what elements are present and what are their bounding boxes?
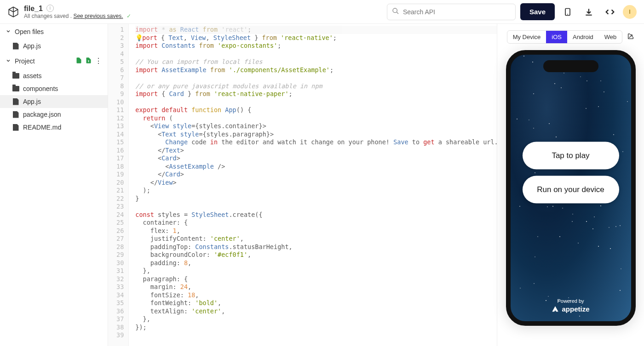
file-name: App.js xyxy=(23,42,41,50)
code-line[interactable]: // You can import from local files xyxy=(135,58,497,66)
code-line[interactable]: import { Card } from 'react-native-paper… xyxy=(135,90,497,98)
code-line[interactable]: textAlign: 'center', xyxy=(135,307,497,316)
file-title: file_1 xyxy=(24,4,43,13)
item-name: README.md xyxy=(23,124,61,131)
new-file-icon[interactable] xyxy=(75,57,82,65)
tab-ios[interactable]: iOS xyxy=(546,31,567,43)
folder-icon xyxy=(12,73,19,79)
open-file-item[interactable]: App.js xyxy=(0,40,108,52)
sidebar: Open files App.js Project ⋮ ass xyxy=(0,24,108,346)
code-line[interactable]: }, xyxy=(135,315,497,323)
platform-tabs: My Device iOS Android Web xyxy=(507,30,623,44)
project-item[interactable]: README.md xyxy=(0,121,108,134)
code-line[interactable] xyxy=(135,98,497,107)
save-status: All changes saved . See previous saves. … xyxy=(24,13,131,19)
app-logo-icon xyxy=(7,6,19,18)
file-icon xyxy=(12,98,19,105)
code-line[interactable] xyxy=(135,74,497,82)
search-input[interactable] xyxy=(403,8,511,16)
file-icon xyxy=(12,43,19,50)
folder-icon xyxy=(12,86,19,91)
code-line[interactable]: padding: 8, xyxy=(135,259,497,267)
code-line[interactable]: </View> xyxy=(135,179,497,187)
file-icon xyxy=(12,111,19,118)
project-item[interactable]: package.json xyxy=(0,108,108,121)
svg-point-0 xyxy=(393,8,397,12)
search-input-wrap[interactable] xyxy=(387,4,516,20)
item-name: App.js xyxy=(23,98,41,105)
code-line[interactable]: // or any pure javascript modules availa… xyxy=(135,82,497,91)
code-line[interactable]: container: { xyxy=(135,219,497,227)
code-line[interactable]: import * as React from 'react'; xyxy=(135,26,497,34)
open-files-label: Open files xyxy=(15,28,44,35)
code-line[interactable]: </Card> xyxy=(135,170,497,179)
code-content[interactable]: import * as React from 'react';💡port { T… xyxy=(129,24,497,346)
code-line[interactable]: } xyxy=(135,195,497,203)
code-icon[interactable] xyxy=(602,4,618,20)
code-line[interactable]: return ( xyxy=(135,114,497,123)
code-line[interactable] xyxy=(135,331,497,340)
preview-panel: My Device iOS Android Web Tap to play Ru… xyxy=(497,24,644,346)
save-button[interactable]: Save xyxy=(520,3,555,20)
code-line[interactable]: backgroundColor: '#ecf0f1', xyxy=(135,251,497,259)
info-icon[interactable]: i xyxy=(46,5,54,12)
code-line[interactable]: const styles = StyleSheet.create({ xyxy=(135,211,497,219)
chevron-down-icon xyxy=(6,57,11,65)
open-files-header[interactable]: Open files xyxy=(0,24,108,40)
code-line[interactable]: fontSize: 18, xyxy=(135,291,497,300)
code-line[interactable]: justifyContent: 'center', xyxy=(135,235,497,243)
project-label: Project xyxy=(15,57,35,65)
code-line[interactable]: import Constants from 'expo-constants'; xyxy=(135,42,497,50)
code-line[interactable]: import AssetExample from './components/A… xyxy=(135,66,497,74)
code-line[interactable]: }); xyxy=(135,323,497,332)
run-on-device-button[interactable]: Run on your device xyxy=(523,176,619,204)
code-line[interactable]: <View style={styles.container}> xyxy=(135,122,497,130)
item-name: components xyxy=(23,85,58,92)
code-line[interactable] xyxy=(135,203,497,211)
popout-icon[interactable] xyxy=(627,33,634,41)
tap-to-play-button[interactable]: Tap to play xyxy=(523,142,619,170)
project-header[interactable]: Project ⋮ xyxy=(0,52,108,69)
powered-by: Powered by appetize xyxy=(511,298,631,313)
item-name: package.json xyxy=(23,111,61,118)
code-line[interactable]: export default function App() { xyxy=(135,106,497,114)
code-line[interactable]: 💡port { Text, View, StyleSheet } from 'r… xyxy=(135,34,497,42)
item-name: assets xyxy=(23,72,41,79)
code-line[interactable]: <Card> xyxy=(135,154,497,163)
project-item[interactable]: assets xyxy=(0,69,108,82)
code-line[interactable]: <AssetExample /> xyxy=(135,163,497,171)
file-icon xyxy=(12,124,19,131)
device-icon[interactable] xyxy=(559,4,576,20)
search-icon xyxy=(392,7,399,16)
project-item[interactable]: components xyxy=(0,82,108,95)
chevron-down-icon xyxy=(6,28,11,35)
tab-web[interactable]: Web xyxy=(599,31,622,43)
code-line[interactable]: fontWeight: 'bold', xyxy=(135,299,497,307)
phone-preview: Tap to play Run on your device Powered b… xyxy=(506,50,636,326)
download-icon[interactable] xyxy=(581,4,597,20)
tab-android[interactable]: Android xyxy=(567,31,599,43)
header: file_1 i All changes saved . See previou… xyxy=(0,0,644,24)
import-file-icon[interactable] xyxy=(85,57,92,65)
more-icon[interactable]: ⋮ xyxy=(95,57,102,65)
code-line[interactable]: </Text> xyxy=(135,147,497,155)
code-editor[interactable]: 1234567891011121314151617181920212223242… xyxy=(108,24,497,346)
avatar[interactable]: I xyxy=(623,5,637,19)
code-line[interactable]: margin: 24, xyxy=(135,283,497,291)
code-line[interactable]: Change code in the editor and watch it c… xyxy=(135,138,497,147)
code-line[interactable]: paddingTop: Constants.statusBarHeight, xyxy=(135,243,497,251)
previous-saves-link[interactable]: See previous saves. xyxy=(73,13,123,19)
tab-my-device[interactable]: My Device xyxy=(507,31,546,43)
check-icon: ✓ xyxy=(126,13,131,19)
code-line[interactable] xyxy=(135,50,497,58)
code-line[interactable]: flex: 1, xyxy=(135,227,497,235)
code-line[interactable]: <Text style={styles.paragraph}> xyxy=(135,130,497,139)
code-line[interactable]: paragraph: { xyxy=(135,275,497,284)
line-gutter: 1234567891011121314151617181920212223242… xyxy=(108,24,129,346)
project-item[interactable]: App.js xyxy=(0,95,108,108)
code-line[interactable]: ); xyxy=(135,187,497,195)
code-line[interactable]: }, xyxy=(135,267,497,275)
